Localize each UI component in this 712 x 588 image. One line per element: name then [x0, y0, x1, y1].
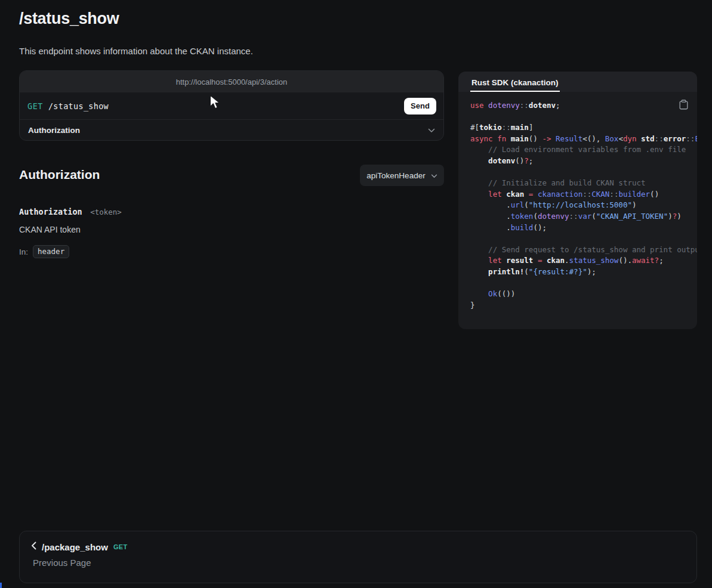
base-url-text: http://localhost:5000/api/3/action	[176, 78, 287, 86]
chevron-left-icon	[31, 541, 36, 552]
auth-scheme-value: apiTokenHeader	[366, 171, 425, 180]
api-reference-page: /status_show This endpoint shows informa…	[0, 0, 712, 588]
authorization-heading: Authorization	[19, 168, 100, 182]
auth-param-name: Authorization	[19, 207, 82, 216]
auth-scheme-select[interactable]: apiTokenHeader	[360, 165, 444, 186]
request-url-bar: http://localhost:5000/api/3/action	[20, 71, 443, 92]
copy-icon[interactable]	[678, 98, 689, 113]
prev-endpoint-method: GET	[113, 543, 128, 550]
chevron-down-icon	[428, 126, 435, 135]
code-sample-panel: Rust SDK (ckanaction) use dotenvy::doten…	[458, 72, 697, 329]
request-auth-toggle[interactable]: Authorization	[20, 119, 443, 140]
page-title: /status_show	[19, 10, 119, 28]
auth-in-badge: header	[33, 245, 69, 258]
auth-in-label: In:	[19, 247, 28, 256]
code-body: use dotenvy::dotenv;#[tokio::main]async …	[458, 92, 697, 329]
http-method-label: GET	[27, 101, 43, 111]
request-example-card: http://localhost:5000/api/3/action GET /…	[19, 70, 444, 141]
auth-param-description: CKAN API token	[19, 225, 81, 234]
code-block: use dotenvy::dotenv;#[tokio::main]async …	[458, 92, 697, 311]
auth-param-location: In: header	[19, 245, 69, 258]
tab-rust-sdk[interactable]: Rust SDK (ckanaction)	[470, 73, 560, 92]
page-description: This endpoint shows information about th…	[19, 46, 253, 56]
prev-endpoint-title: /package_show	[42, 542, 108, 552]
request-auth-label: Authorization	[28, 126, 80, 135]
request-method-row: GET /status_show Send	[20, 92, 443, 119]
auth-param-row: Authorization <token>	[19, 206, 122, 217]
prev-top-row: /package_show GET	[31, 541, 685, 552]
text-caret	[0, 583, 2, 588]
auth-param-type: <token>	[90, 208, 122, 216]
send-button[interactable]: Send	[404, 98, 436, 114]
previous-page-link[interactable]: /package_show GET Previous Page	[19, 531, 697, 583]
request-path-label: /status_show	[48, 101, 109, 111]
prev-page-label: Previous Page	[33, 558, 685, 568]
code-tabbar: Rust SDK (ckanaction)	[458, 72, 697, 92]
chevron-down-icon	[431, 171, 437, 180]
